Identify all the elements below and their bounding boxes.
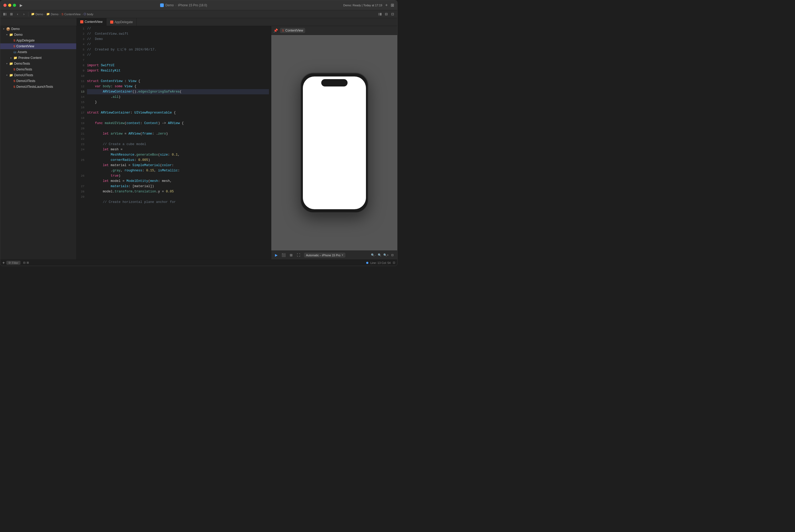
sidebar-item-appdelegate[interactable]: S AppDelegate (0, 38, 76, 43)
expand-icon (10, 57, 12, 59)
grid-view-button[interactable]: ⊞ (288, 252, 294, 258)
file-navigator: 📦 Demo 📁 Demo S AppDelegate S ContentVie… (0, 26, 76, 260)
minimize-button[interactable] (8, 4, 11, 7)
play-preview-button[interactable]: ▶ (273, 252, 279, 258)
expand-icon (2, 27, 5, 30)
titlebar: ▶ Demo › iPhone 15 Pro (18.0) Demo: Read… (0, 0, 397, 10)
canvas-toggle[interactable]: ⊡ (390, 12, 395, 17)
sidebar-item-contentview[interactable]: S ContentView (0, 43, 76, 49)
zoom-in-button[interactable]: 🔍+ (383, 252, 389, 258)
breadcrumb-contentview[interactable]: S ContentView (61, 13, 81, 16)
toolbar-breadcrumb: 📁 Demo › 📁 Demo › S ContentView › ⬡ body (31, 12, 93, 16)
breadcrumb-demo1[interactable]: 📁 Demo (31, 12, 43, 16)
sidebar-item-demo-folder[interactable]: 📁 Demo (0, 32, 76, 38)
layout-button[interactable]: ⊞ (391, 3, 394, 7)
sidebar-label: DemoTests (16, 68, 32, 71)
code-line-26b: materials: [material]) (87, 184, 269, 189)
sidebar-item-demouitests[interactable]: S DemoUITests (0, 78, 76, 84)
tab-contentview[interactable]: ContentView (76, 18, 107, 26)
zoom-controls: 🔍- 🔍 🔍+ ⊡ (371, 252, 395, 258)
preview-canvas (271, 35, 397, 250)
filter-icon: ⊘ (8, 261, 11, 264)
main-content: 📦 Demo 📁 Demo S AppDelegate S ContentVie… (0, 26, 397, 260)
code-line-24b: MeshResource.generateBox(size: 0.1, (87, 152, 269, 157)
sidebar-item-demouitests-launch[interactable]: S DemoUITestsLaunchTests (0, 84, 76, 90)
sidebar-toggle[interactable] (2, 12, 7, 17)
swift-icon: S (14, 79, 15, 82)
swift-icon: S (14, 39, 15, 42)
svg-rect-2 (378, 13, 380, 16)
sidebar-label: DemoUITestsLaunchTests (16, 85, 53, 89)
tab-appdelegate[interactable]: AppDelegate (107, 18, 137, 26)
preview-panel: 📌 S ContentView ▶ ⬛ ⊞ ⛶ (271, 26, 397, 260)
toolbar: ⊞ ‹ › 📁 Demo › 📁 Demo › S ContentView › … (0, 10, 397, 18)
sidebar-item-demouitests-folder[interactable]: 📁 DemoUITests (0, 72, 76, 78)
sidebar-item-demo-root[interactable]: 📦 Demo (0, 26, 76, 32)
code-line-6: // (87, 52, 269, 58)
svg-rect-0 (3, 13, 5, 16)
sidebar-label: DemoUITests (14, 73, 33, 77)
code-line-25: let material = SimpleMaterial(color: (87, 163, 269, 168)
zoom-100-button[interactable]: 🔍 (377, 252, 382, 258)
code-editor[interactable]: 1 2 3 4 5 6 7 8 9 10 11 12 13 14 (76, 26, 271, 260)
sidebar-item-demotests-folder[interactable]: 📁 DemoTests (0, 61, 76, 66)
view-toggle-icon[interactable]: ⊟ (23, 261, 25, 264)
expand-icon (5, 62, 8, 65)
pause-preview-button[interactable]: ⬛ (281, 252, 287, 258)
expand-icon (5, 33, 8, 36)
line-numbers: 1 2 3 4 5 6 7 8 9 10 11 12 13 14 (76, 26, 87, 205)
code-line-24: let mesh = (87, 147, 269, 152)
sidebar-item-preview-content[interactable]: 📁 Preview Content (0, 55, 76, 61)
device-selector[interactable]: Automatic – iPhone 15 Pro ▾ (304, 252, 345, 258)
svg-rect-1 (5, 13, 6, 16)
editor-area: 1 2 3 4 5 6 7 8 9 10 11 12 13 14 (76, 26, 271, 260)
tab-bar: ContentView AppDelegate (0, 18, 397, 26)
status-text: Demo: Ready | Today at 17:19 (343, 4, 382, 7)
titlebar-center: Demo › iPhone 15 Pro (18.0) (26, 3, 341, 7)
device-label: Automatic – iPhone 15 Pro (306, 254, 340, 257)
sidebar-label: DemoTests (14, 62, 30, 65)
split-editor[interactable]: ⊟ (383, 12, 389, 17)
sidebar-item-demotests[interactable]: S DemoTests (0, 66, 76, 72)
forward-icon[interactable]: › (21, 12, 26, 17)
iphone-side-button (368, 105, 368, 121)
code-line-16 (87, 105, 269, 110)
code-lines: 1 2 3 4 5 6 7 8 9 10 11 12 13 14 (76, 26, 271, 205)
folder-icon: 📁 (9, 33, 13, 37)
grid-icon[interactable]: ⊞ (9, 12, 14, 17)
code-line-20 (87, 126, 269, 131)
project-name: Demo (165, 3, 174, 7)
code-line-5: // Created by ヒビキ on 2024/06/17. (87, 47, 269, 52)
pin-icon[interactable]: 📌 (273, 28, 278, 33)
code-line-7 (87, 58, 269, 63)
sidebar-label: Demo (11, 27, 20, 31)
hierarchy-icon[interactable]: ⊞ (26, 261, 29, 264)
breadcrumb-demo2[interactable]: 📁 Demo (46, 12, 58, 16)
inspector-toggle[interactable] (377, 12, 382, 17)
iphone-mockup (300, 73, 368, 213)
maximize-button[interactable] (13, 4, 16, 7)
zoom-out-button[interactable]: 🔍- (371, 252, 376, 258)
back-icon[interactable]: ‹ (15, 12, 20, 17)
preview-title-button[interactable]: S ContentView (280, 28, 305, 33)
code-line-10 (87, 73, 269, 79)
iphone-screen (303, 76, 366, 209)
swift-icon: S (14, 68, 15, 71)
separator (28, 12, 29, 16)
add-file-button[interactable]: + (2, 261, 5, 265)
code-line-17: struct ARViewContainer: UIViewRepresenta… (87, 110, 269, 115)
close-button[interactable] (3, 4, 6, 7)
sidebar-item-assets[interactable]: 🗂 Assets (0, 49, 76, 55)
sidebar-label: DemoUITests (16, 79, 35, 83)
run-button[interactable]: ▶ (18, 2, 24, 8)
preview-toolbar: ▶ ⬛ ⊞ ⛶ Automatic – iPhone 15 Pro ▾ 🔍- 🔍… (271, 250, 397, 260)
add-button[interactable]: ＋ (384, 2, 389, 8)
filter-button[interactable]: ⊘ Filter (6, 261, 20, 265)
breadcrumb-body[interactable]: ⬡ body (83, 12, 93, 16)
inspector-icons: ⊟ ⊞ (23, 261, 29, 264)
code-line-23: // Create a cube model (87, 142, 269, 147)
project-icon (160, 3, 164, 7)
inspect-button[interactable]: ⛶ (296, 252, 301, 258)
zoom-fit-button[interactable]: ⊡ (389, 252, 395, 258)
code-line-24c: cornerRadius: 0.005) (87, 157, 269, 163)
